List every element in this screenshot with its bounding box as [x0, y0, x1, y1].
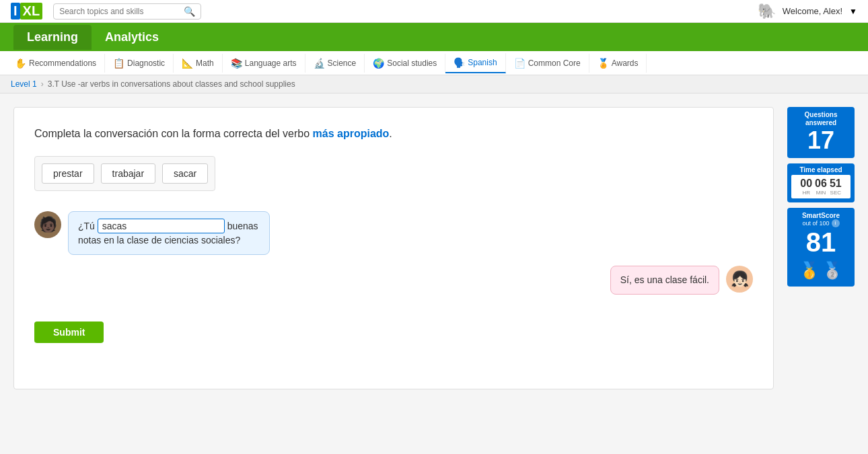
subject-label: Math: [196, 59, 214, 68]
time-sec-unit: 51 SEC: [830, 178, 842, 196]
instruction: Completa la conversación con la forma co…: [34, 128, 753, 140]
search-icon: 🔍: [184, 6, 195, 17]
subject-spanish[interactable]: 🗣️ Spanish: [445, 53, 505, 73]
subject-label: Spanish: [468, 58, 497, 67]
time-sec-value: 51: [830, 178, 842, 190]
conversation-row-girl: Sí, es una clase fácil. 👧🏻: [88, 266, 753, 295]
time-min-label: MIN: [815, 190, 827, 196]
question-area: Completa la conversación con la forma co…: [13, 107, 774, 389]
time-digits: 00 HR 06 MIN 51 SEC: [791, 175, 851, 198]
logo-green: XL: [20, 3, 43, 20]
diagnostic-icon: 📋: [113, 58, 124, 69]
header-right: 🐘 Welcome, Alex! ▼: [758, 3, 857, 20]
smartscore-value: 81: [790, 227, 852, 257]
breadcrumb-skill: 3.T Use -ar verbs in conversations about…: [48, 79, 295, 89]
medal-gold: 🥇: [799, 261, 820, 280]
bubble-prefix: ¿Tú: [78, 221, 98, 231]
subject-label: Social studies: [387, 59, 437, 68]
medal-silver: 🥈: [822, 261, 842, 280]
subject-language-arts[interactable]: 📚 Language arts: [223, 54, 305, 73]
subject-label: Diagnostic: [127, 59, 165, 68]
time-min-value: 06: [815, 178, 827, 190]
time-hr-value: 00: [800, 178, 812, 190]
subject-label: Recommendations: [29, 59, 96, 68]
subject-math[interactable]: 📐 Math: [174, 54, 223, 73]
subject-science[interactable]: 🔬 Science: [305, 54, 365, 73]
social-studies-icon: 🌍: [373, 58, 384, 69]
recommendations-icon: ✋: [15, 58, 26, 69]
girl-response: Sí, es una clase fácil.: [620, 274, 709, 285]
nav-tabs: Learning Analytics: [0, 23, 868, 51]
word-chip-trabajar[interactable]: trabajar: [101, 163, 155, 184]
smartscore-out-of: out of 100: [802, 220, 829, 227]
breadcrumb-arrow: ›: [41, 79, 44, 89]
search-bar[interactable]: 🔍: [53, 3, 201, 20]
subject-label: Awards: [612, 59, 639, 68]
logo-blue: I: [11, 3, 20, 20]
time-elapsed-box: Time elapsed 00 HR 06 MIN 51 SEC: [787, 163, 855, 202]
medals: 🥇 🥈: [790, 261, 852, 280]
subject-label: Common Core: [528, 59, 581, 68]
subject-nav: ✋ Recommendations 📋 Diagnostic 📐 Math 📚 …: [0, 51, 868, 75]
common-core-icon: 📄: [514, 58, 526, 69]
breadcrumb: Level 1 › 3.T Use -ar verbs in conversat…: [0, 75, 868, 93]
instruction-highlight: más apropiado: [313, 128, 390, 139]
math-icon: 📐: [182, 58, 193, 69]
fill-input-verb[interactable]: [98, 219, 225, 233]
questions-answered-label: Questions answered: [790, 111, 852, 127]
word-chip-sacar[interactable]: sacar: [162, 163, 208, 184]
welcome-text: Welcome, Alex!: [783, 6, 842, 16]
main-content: Completa la conversación con la forma co…: [0, 93, 868, 403]
smartscore-sub: out of 100 i: [790, 219, 852, 227]
search-input[interactable]: [59, 7, 184, 16]
subject-recommendations[interactable]: ✋ Recommendations: [7, 54, 105, 73]
smartscore-label: SmartScore: [790, 212, 852, 219]
subject-common-core[interactable]: 📄 Common Core: [506, 54, 589, 73]
subject-awards[interactable]: 🏅 Awards: [589, 54, 647, 73]
info-icon[interactable]: i: [832, 219, 840, 227]
subject-label: Science: [328, 59, 357, 68]
tab-learning[interactable]: Learning: [13, 25, 92, 50]
conversation: 🧑🏿 ¿Tú buenas notas en la clase de cienc…: [34, 211, 753, 295]
questions-answered-box: Questions answered 17: [787, 107, 855, 158]
right-panel: Questions answered 17 Time elapsed 00 HR…: [787, 107, 855, 389]
dropdown-arrow-icon[interactable]: ▼: [849, 7, 857, 16]
elephant-icon: 🐘: [758, 3, 776, 20]
logo[interactable]: IXL: [11, 3, 42, 20]
header: IXL 🔍 🐘 Welcome, Alex! ▼: [0, 0, 868, 23]
breadcrumb-level[interactable]: Level 1: [11, 79, 37, 89]
time-elapsed-label: Time elapsed: [790, 166, 852, 174]
time-sec-label: SEC: [830, 190, 842, 196]
avatar-boy: 🧑🏿: [34, 211, 61, 238]
speech-bubble-girl: Sí, es una clase fácil.: [610, 266, 719, 295]
avatar-girl: 👧🏻: [726, 266, 753, 293]
language-arts-icon: 📚: [231, 58, 242, 69]
speech-bubble-boy: ¿Tú buenas notas en la clase de ciencias…: [68, 211, 270, 255]
tab-analytics[interactable]: Analytics: [92, 25, 172, 50]
word-bank: prestar trabajar sacar: [34, 156, 215, 191]
questions-answered-count: 17: [790, 127, 852, 154]
submit-button[interactable]: Submit: [34, 321, 104, 343]
science-icon: 🔬: [314, 58, 325, 69]
subject-social-studies[interactable]: 🌍 Social studies: [365, 54, 445, 73]
smartscore-box: SmartScore out of 100 i 81 🥇 🥈: [787, 208, 855, 287]
time-hr-unit: 00 HR: [800, 178, 812, 196]
conversation-row-boy: 🧑🏿 ¿Tú buenas notas en la clase de cienc…: [34, 211, 753, 255]
awards-icon: 🏅: [598, 58, 609, 69]
word-chip-prestar[interactable]: prestar: [42, 163, 94, 184]
subject-label: Language arts: [245, 59, 297, 68]
time-min-unit: 06 MIN: [815, 178, 827, 196]
spanish-icon: 🗣️: [454, 57, 465, 68]
subject-diagnostic[interactable]: 📋 Diagnostic: [105, 54, 174, 73]
time-hr-label: HR: [800, 190, 812, 196]
